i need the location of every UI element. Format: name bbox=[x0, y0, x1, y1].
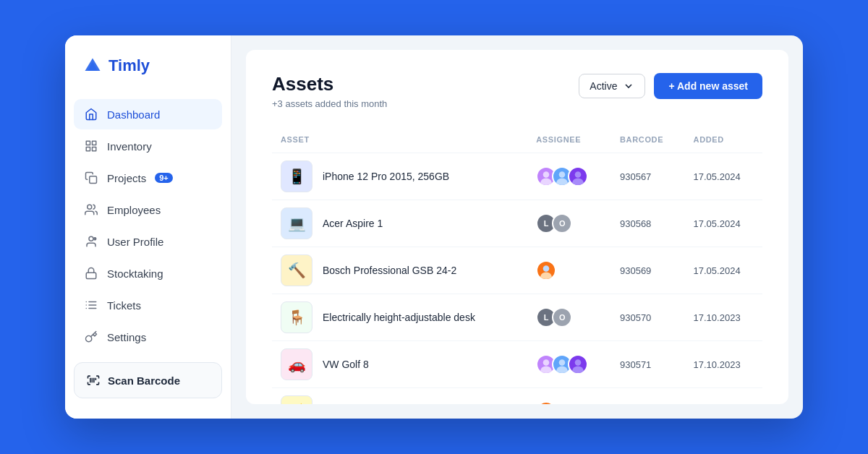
header-actions: Active + Add new asset bbox=[579, 73, 762, 99]
added-date: 17.10.2023 bbox=[694, 312, 741, 323]
barcode-cell-5: 930572 bbox=[611, 388, 685, 405]
barcode-value: 930570 bbox=[620, 312, 651, 323]
asset-cell-2: 🔨Bosch Professional GSB 24-2 bbox=[272, 247, 527, 294]
table-row[interactable]: ⚡Electric Generator G300093057217.10.202… bbox=[272, 388, 762, 405]
assignee-cell-2 bbox=[527, 247, 611, 294]
asset-name: Bosch Professional GSB 24-2 bbox=[323, 265, 456, 276]
added-cell-1: 17.05.2024 bbox=[685, 200, 762, 247]
chevron-down-icon bbox=[623, 80, 634, 92]
asset-cell-0: 📱iPhone 12 Pro 2015, 256GB bbox=[272, 153, 527, 200]
avatar bbox=[536, 401, 556, 404]
svg-rect-3 bbox=[93, 147, 96, 151]
svg-point-22 bbox=[543, 265, 550, 272]
add-asset-label: + Add new asset bbox=[668, 80, 748, 92]
sidebar-item-stocktaking[interactable]: Stocktaking bbox=[74, 258, 222, 288]
table-row[interactable]: 🪑Electrically height-adjustable deskLO93… bbox=[272, 294, 762, 341]
sidebar-item-tickets[interactable]: Tickets bbox=[74, 290, 222, 320]
main-content: Assets +3 assets added this month Active… bbox=[246, 50, 788, 404]
assets-header: Assets +3 assets added this month Active… bbox=[272, 73, 762, 109]
assignee-cell-0 bbox=[527, 153, 611, 200]
svg-point-25 bbox=[540, 367, 551, 374]
scan-barcode-button[interactable]: Scan Barcode bbox=[74, 362, 222, 398]
svg-rect-2 bbox=[86, 147, 90, 151]
sidebar-item-tickets-label: Tickets bbox=[107, 299, 141, 312]
grid-icon bbox=[84, 139, 98, 153]
col-assignee: ASSIGNEE bbox=[527, 129, 611, 153]
barcode-cell-1: 930568 bbox=[611, 200, 685, 247]
barcode-value: 930567 bbox=[620, 171, 651, 182]
barcode-icon bbox=[86, 373, 101, 387]
svg-point-6 bbox=[89, 236, 93, 241]
table-row[interactable]: 🚗VW Golf 893057117.10.2023 bbox=[272, 341, 762, 388]
svg-rect-9 bbox=[86, 273, 96, 278]
sidebar-item-settings[interactable]: Settings bbox=[74, 322, 222, 352]
add-asset-button[interactable]: + Add new asset bbox=[654, 73, 762, 99]
sidebar-item-projects-label: Projects bbox=[107, 172, 146, 184]
avatar bbox=[536, 260, 556, 280]
sidebar-item-stocktaking-label: Stocktaking bbox=[107, 267, 163, 280]
sidebar-item-inventory-label: Inventory bbox=[107, 140, 152, 153]
sidebar-item-dashboard-label: Dashboard bbox=[107, 108, 160, 121]
assets-table: ASSET ASSIGNEE BARCODE ADDED 📱iPhone 12 … bbox=[272, 129, 762, 404]
col-barcode: BARCODE bbox=[611, 129, 685, 153]
barcode-cell-2: 930569 bbox=[611, 247, 685, 294]
app-container: Timly Dashboard Inventory bbox=[65, 35, 803, 419]
svg-point-19 bbox=[556, 179, 567, 187]
svg-rect-0 bbox=[86, 141, 90, 145]
svg-point-29 bbox=[572, 367, 583, 374]
svg-rect-1 bbox=[93, 141, 96, 145]
assets-title-group: Assets +3 assets added this month bbox=[272, 73, 387, 109]
sidebar-item-user-profile-label: User Profile bbox=[107, 236, 163, 248]
added-cell-3: 17.10.2023 bbox=[685, 294, 762, 341]
table-row[interactable]: 💻Acer Aspire 1LO93056817.05.2024 bbox=[272, 200, 762, 247]
home-icon bbox=[84, 107, 98, 121]
lock-icon bbox=[84, 266, 98, 280]
added-cell-4: 17.10.2023 bbox=[685, 341, 762, 388]
sidebar-item-settings-label: Settings bbox=[107, 331, 146, 343]
scan-barcode-label: Scan Barcode bbox=[108, 374, 180, 387]
projects-badge: 9+ bbox=[155, 173, 173, 183]
sidebar-item-dashboard[interactable]: Dashboard bbox=[74, 99, 222, 129]
barcode-value: 930569 bbox=[620, 265, 651, 276]
sidebar: Timly Dashboard Inventory bbox=[65, 35, 231, 419]
col-added: ADDED bbox=[685, 129, 762, 153]
barcode-cell-3: 930570 bbox=[611, 294, 685, 341]
added-date: 17.05.2024 bbox=[694, 218, 741, 229]
svg-point-18 bbox=[559, 171, 566, 178]
filter-dropdown[interactable]: Active bbox=[579, 74, 645, 98]
added-date: 17.10.2023 bbox=[694, 359, 741, 370]
col-asset: ASSET bbox=[272, 129, 527, 153]
sidebar-item-employees-label: Employees bbox=[107, 204, 161, 216]
barcode-value: 930571 bbox=[620, 359, 651, 370]
asset-name: Electrically height-adjustable desk bbox=[323, 312, 475, 323]
user-cog-icon bbox=[84, 234, 98, 249]
barcode-cell-0: 930567 bbox=[611, 153, 685, 200]
svg-point-24 bbox=[543, 359, 550, 366]
avatar bbox=[568, 354, 588, 374]
svg-rect-4 bbox=[90, 176, 97, 184]
assignee-cell-1: LO bbox=[527, 200, 611, 247]
svg-point-28 bbox=[575, 359, 582, 366]
assets-subtitle: +3 assets added this month bbox=[272, 98, 387, 109]
added-date: 17.05.2024 bbox=[694, 171, 741, 182]
list-icon bbox=[84, 298, 98, 312]
logo: Timly bbox=[65, 56, 231, 99]
sidebar-item-projects[interactable]: Projects 9+ bbox=[74, 163, 222, 193]
sidebar-item-employees[interactable]: Employees bbox=[74, 194, 222, 225]
svg-point-23 bbox=[540, 273, 551, 280]
table-row[interactable]: 🔨Bosch Professional GSB 24-293056917.05.… bbox=[272, 247, 762, 294]
app-name: Timly bbox=[109, 56, 150, 75]
asset-cell-5: ⚡Electric Generator G3000 bbox=[272, 388, 527, 405]
added-cell-5: 17.10.2023 bbox=[685, 388, 762, 405]
svg-point-21 bbox=[572, 179, 583, 187]
asset-name: iPhone 12 Pro 2015, 256GB bbox=[323, 171, 449, 182]
sidebar-item-inventory[interactable]: Inventory bbox=[74, 131, 222, 161]
users-icon bbox=[84, 202, 98, 217]
svg-point-16 bbox=[543, 171, 550, 178]
asset-cell-3: 🪑Electrically height-adjustable desk bbox=[272, 294, 527, 341]
asset-name: VW Golf 8 bbox=[323, 359, 369, 370]
nav-items: Dashboard Inventory Projects bbox=[65, 99, 231, 354]
sidebar-item-user-profile[interactable]: User Profile bbox=[74, 226, 222, 257]
assignee-cell-3: LO bbox=[527, 294, 611, 341]
table-row[interactable]: 📱iPhone 12 Pro 2015, 256GB93056717.05.20… bbox=[272, 153, 762, 200]
